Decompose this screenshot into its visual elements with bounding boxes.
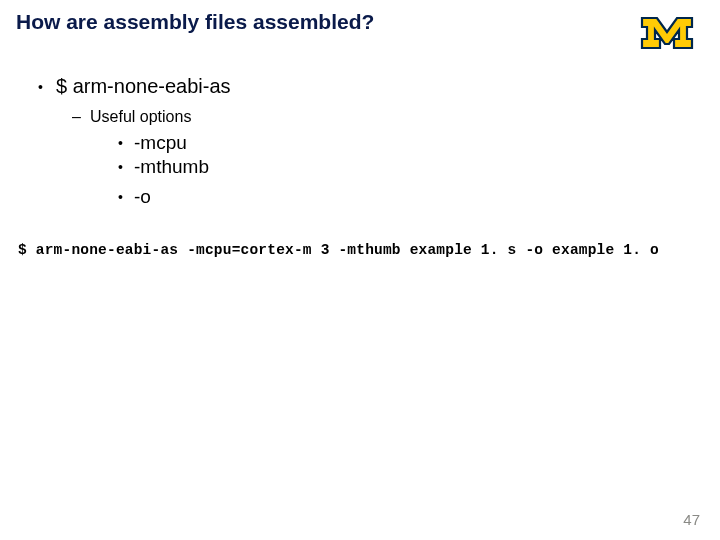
bullet-level-3: •-mthumb	[118, 156, 690, 178]
bullet-level-3: •-o	[118, 186, 690, 208]
slide-title: How are assembly files assembled?	[16, 10, 374, 34]
bullet-dot-icon: •	[118, 159, 134, 175]
bullet-dot-icon: •	[38, 79, 56, 95]
bullet-dot-icon: •	[118, 135, 134, 151]
bullet-level-3: •-mcpu	[118, 132, 690, 154]
slide-body: •$ arm-none-eabi-as –Useful options •-mc…	[38, 75, 690, 210]
bullet-l1-text: $ arm-none-eabi-as	[56, 75, 231, 97]
umich-logo	[640, 16, 694, 54]
bullet-l3a-text: -mcpu	[134, 132, 187, 153]
command-example: $ arm-none-eabi-as -mcpu=cortex-m 3 -mth…	[18, 242, 702, 258]
bullet-level-1: •$ arm-none-eabi-as	[38, 75, 690, 98]
page-number: 47	[683, 511, 700, 528]
slide: How are assembly files assembled? •$ arm…	[0, 0, 720, 540]
bullet-dash-icon: –	[72, 108, 90, 126]
bullet-level-2: –Useful options	[72, 108, 690, 126]
bullet-l3b-text: -mthumb	[134, 156, 209, 177]
bullet-dot-icon: •	[118, 189, 134, 205]
bullet-l3c-text: -o	[134, 186, 151, 207]
block-m-icon	[640, 16, 694, 50]
bullet-l2-text: Useful options	[90, 108, 191, 125]
